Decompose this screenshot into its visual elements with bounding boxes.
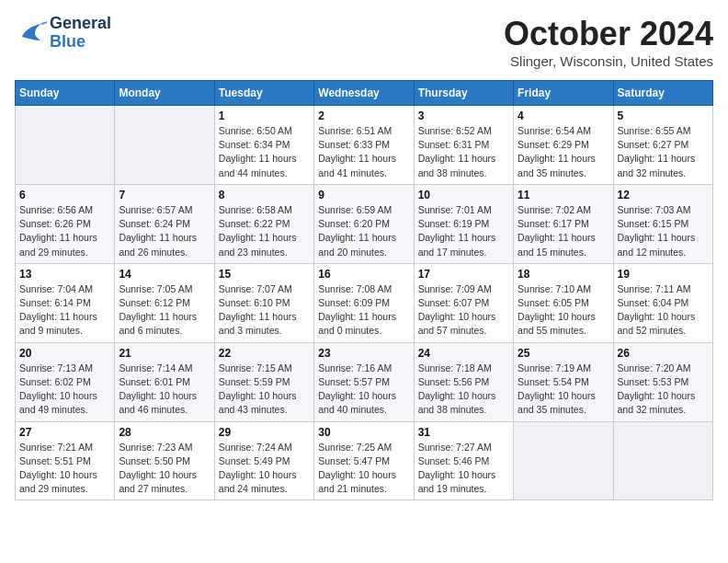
col-friday: Friday [514, 81, 613, 106]
col-sunday: Sunday [16, 81, 115, 106]
day-number: 6 [19, 189, 110, 201]
day-number: 13 [19, 268, 110, 281]
table-row: 18 Sunrise: 7:10 AMSunset: 6:05 PMDaylig… [514, 263, 613, 342]
day-detail: Sunrise: 7:02 AMSunset: 6:17 PMDaylight:… [518, 203, 609, 259]
table-row: 17 Sunrise: 7:09 AMSunset: 6:07 PMDaylig… [414, 263, 513, 342]
table-row: 25 Sunrise: 7:19 AMSunset: 5:54 PMDaylig… [514, 342, 613, 421]
day-detail: Sunrise: 7:24 AMSunset: 5:49 PMDaylight:… [219, 441, 310, 497]
table-row: 23 Sunrise: 7:16 AMSunset: 5:57 PMDaylig… [314, 342, 414, 421]
day-detail: Sunrise: 6:51 AMSunset: 6:33 PMDaylight:… [318, 124, 409, 180]
day-detail: Sunrise: 7:07 AMSunset: 6:10 PMDaylight:… [219, 282, 310, 339]
day-detail: Sunrise: 6:52 AMSunset: 6:31 PMDaylight:… [418, 124, 509, 180]
day-detail: Sunrise: 6:56 AMSunset: 6:26 PMDaylight:… [19, 203, 110, 259]
table-row: 9 Sunrise: 6:59 AMSunset: 6:20 PMDayligh… [314, 184, 414, 263]
day-number: 16 [318, 268, 409, 281]
table-row: 7 Sunrise: 6:57 AMSunset: 6:24 PMDayligh… [115, 184, 214, 263]
day-number: 26 [618, 347, 709, 360]
day-number: 23 [318, 347, 409, 360]
logo-name: General Blue [50, 15, 111, 52]
calendar-week-5: 27 Sunrise: 7:21 AMSunset: 5:51 PMDaylig… [16, 421, 713, 500]
table-row: 8 Sunrise: 6:58 AMSunset: 6:22 PMDayligh… [214, 184, 313, 263]
day-number: 4 [518, 109, 609, 122]
day-detail: Sunrise: 7:19 AMSunset: 5:54 PMDaylight:… [518, 362, 609, 418]
table-row: 30 Sunrise: 7:25 AMSunset: 5:47 PMDaylig… [314, 421, 414, 500]
day-number: 27 [19, 426, 110, 439]
day-detail: Sunrise: 7:03 AMSunset: 6:15 PMDaylight:… [618, 203, 709, 259]
day-number: 17 [418, 268, 509, 281]
table-row: 28 Sunrise: 7:23 AMSunset: 5:50 PMDaylig… [115, 421, 214, 500]
logo-general-text: General [50, 15, 111, 33]
day-detail: Sunrise: 7:21 AMSunset: 5:51 PMDaylight:… [19, 441, 110, 497]
day-number: 12 [618, 189, 709, 201]
table-row: 13 Sunrise: 7:04 AMSunset: 6:14 PMDaylig… [16, 263, 115, 342]
calendar-week-3: 13 Sunrise: 7:04 AMSunset: 6:14 PMDaylig… [16, 263, 713, 342]
day-number: 7 [119, 189, 210, 201]
table-row: 19 Sunrise: 7:11 AMSunset: 6:04 PMDaylig… [613, 263, 712, 342]
table-row: 2 Sunrise: 6:51 AMSunset: 6:33 PMDayligh… [314, 106, 414, 185]
day-detail: Sunrise: 7:18 AMSunset: 5:56 PMDaylight:… [418, 362, 509, 418]
day-detail: Sunrise: 7:13 AMSunset: 6:02 PMDaylight:… [19, 362, 110, 418]
day-detail: Sunrise: 6:55 AMSunset: 6:27 PMDaylight:… [618, 124, 709, 180]
table-row [115, 106, 214, 185]
table-row: 6 Sunrise: 6:56 AMSunset: 6:26 PMDayligh… [16, 184, 115, 263]
day-number: 10 [418, 189, 509, 201]
day-number: 1 [219, 109, 310, 122]
table-row: 15 Sunrise: 7:07 AMSunset: 6:10 PMDaylig… [214, 263, 313, 342]
table-row: 12 Sunrise: 7:03 AMSunset: 6:15 PMDaylig… [613, 184, 712, 263]
table-row: 21 Sunrise: 7:14 AMSunset: 6:01 PMDaylig… [115, 342, 214, 421]
day-number: 22 [219, 347, 310, 360]
day-number: 8 [219, 189, 310, 201]
table-row: 5 Sunrise: 6:55 AMSunset: 6:27 PMDayligh… [613, 106, 712, 185]
day-detail: Sunrise: 7:14 AMSunset: 6:01 PMDaylight:… [119, 362, 210, 418]
table-row: 11 Sunrise: 7:02 AMSunset: 6:17 PMDaylig… [514, 184, 613, 263]
day-number: 30 [318, 426, 409, 439]
table-row: 3 Sunrise: 6:52 AMSunset: 6:31 PMDayligh… [414, 106, 513, 185]
day-detail: Sunrise: 6:50 AMSunset: 6:34 PMDaylight:… [219, 124, 310, 180]
day-detail: Sunrise: 6:57 AMSunset: 6:24 PMDaylight:… [119, 203, 210, 259]
day-detail: Sunrise: 7:10 AMSunset: 6:05 PMDaylight:… [518, 282, 609, 339]
table-row: 26 Sunrise: 7:20 AMSunset: 5:53 PMDaylig… [613, 342, 712, 421]
day-number: 15 [219, 268, 310, 281]
day-number: 5 [618, 109, 709, 122]
day-number: 14 [119, 268, 210, 281]
col-tuesday: Tuesday [214, 81, 313, 106]
day-number: 20 [19, 347, 110, 360]
day-detail: Sunrise: 7:11 AMSunset: 6:04 PMDaylight:… [618, 282, 709, 339]
day-number: 11 [518, 189, 609, 201]
logo-bird-icon [15, 17, 48, 50]
day-number: 31 [418, 426, 509, 439]
table-row: 29 Sunrise: 7:24 AMSunset: 5:49 PMDaylig… [214, 421, 313, 500]
day-detail: Sunrise: 7:01 AMSunset: 6:19 PMDaylight:… [418, 203, 509, 259]
logo-blue-text: Blue [50, 33, 111, 52]
day-detail: Sunrise: 7:25 AMSunset: 5:47 PMDaylight:… [318, 441, 409, 497]
calendar-week-4: 20 Sunrise: 7:13 AMSunset: 6:02 PMDaylig… [16, 342, 713, 421]
day-detail: Sunrise: 7:16 AMSunset: 5:57 PMDaylight:… [318, 362, 409, 418]
table-row: 10 Sunrise: 7:01 AMSunset: 6:19 PMDaylig… [414, 184, 513, 263]
day-detail: Sunrise: 7:27 AMSunset: 5:46 PMDaylight:… [418, 441, 509, 497]
col-saturday: Saturday [613, 81, 712, 106]
table-row [16, 106, 115, 185]
table-row: 27 Sunrise: 7:21 AMSunset: 5:51 PMDaylig… [16, 421, 115, 500]
table-row: 31 Sunrise: 7:27 AMSunset: 5:46 PMDaylig… [414, 421, 513, 500]
table-row: 20 Sunrise: 7:13 AMSunset: 6:02 PMDaylig… [16, 342, 115, 421]
title-block: October 2024 Slinger, Wisconsin, United … [504, 15, 713, 69]
table-row: 16 Sunrise: 7:08 AMSunset: 6:09 PMDaylig… [314, 263, 414, 342]
day-detail: Sunrise: 7:09 AMSunset: 6:07 PMDaylight:… [418, 282, 509, 339]
day-detail: Sunrise: 7:15 AMSunset: 5:59 PMDaylight:… [219, 362, 310, 418]
day-detail: Sunrise: 6:58 AMSunset: 6:22 PMDaylight:… [219, 203, 310, 259]
day-number: 2 [318, 109, 409, 122]
table-row: 4 Sunrise: 6:54 AMSunset: 6:29 PMDayligh… [514, 106, 613, 185]
page-header: General Blue October 2024 Slinger, Wisco… [15, 15, 713, 69]
day-detail: Sunrise: 7:04 AMSunset: 6:14 PMDaylight:… [19, 282, 110, 339]
col-wednesday: Wednesday [314, 81, 414, 106]
day-number: 9 [318, 189, 409, 201]
table-row: 1 Sunrise: 6:50 AMSunset: 6:34 PMDayligh… [214, 106, 313, 185]
col-monday: Monday [115, 81, 214, 106]
col-thursday: Thursday [414, 81, 513, 106]
day-detail: Sunrise: 7:05 AMSunset: 6:12 PMDaylight:… [119, 282, 210, 339]
day-number: 24 [418, 347, 509, 360]
table-row [514, 421, 613, 500]
table-row [613, 421, 712, 500]
day-number: 21 [119, 347, 210, 360]
day-detail: Sunrise: 6:59 AMSunset: 6:20 PMDaylight:… [318, 203, 409, 259]
